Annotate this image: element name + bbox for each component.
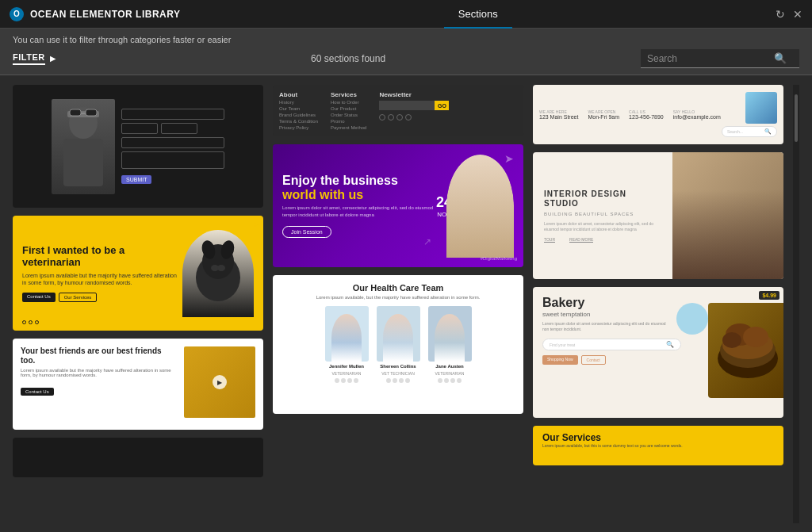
card-healthcare[interactable]: Our Health Care Team Lorem ipsum availab…	[273, 275, 523, 414]
card-pet-friends[interactable]: Your best friends are our best friends t…	[13, 339, 263, 430]
svg-rect-3	[86, 109, 97, 116]
interior-desc: Lorem ipsum dolor sit amet, consectetur …	[544, 221, 661, 232]
team-title-3: VETERINARIAN	[435, 371, 465, 376]
person-image	[446, 155, 514, 258]
card-our-services[interactable]: Our Services Lorem ipsum available, but …	[533, 426, 783, 465]
form-field-email	[121, 137, 224, 148]
bakery-circle-1	[676, 303, 708, 335]
card-pet-text: Your best friends are our best friends t…	[21, 346, 178, 422]
toolbar: You can use it to filter through categor…	[0, 29, 812, 75]
header-search-icon: 🔍	[764, 128, 772, 135]
card-dm-desc: Lorem ipsum dolor sit amet, consectetur …	[282, 205, 440, 218]
card-vet-buttons: Contact Us Our Services	[22, 293, 182, 302]
arrow-deco-1: ➤	[504, 152, 514, 165]
team-photo-3	[428, 306, 472, 362]
interior-btn1[interactable]: TOUR	[544, 237, 555, 243]
info-item-2: WE ARE OPEN Mon-Fri 9am	[588, 109, 619, 120]
team-social-3	[438, 378, 462, 383]
card-pet-btn[interactable]: Contact Us	[21, 388, 54, 396]
team-title-1: VETERINARIAN	[332, 371, 362, 376]
search-icon: 🔍	[774, 52, 787, 64]
footer-newsletter: Newsletter GO	[379, 91, 449, 121]
card-footer-dark[interactable]: About History Our Team Brand Guidelines …	[273, 85, 523, 136]
svg-rect-5	[63, 139, 103, 186]
newsletter-input[interactable]	[379, 101, 435, 110]
card-dm-hashtag: #DigitalMarketing	[481, 256, 517, 261]
form-submit-btn[interactable]: SUBMIT	[121, 175, 151, 184]
interior-title: INTERIOR DESIGNSTUDIO	[544, 189, 661, 209]
services-desc: Lorem ipsum available, but this is some …	[542, 443, 774, 448]
close-icon[interactable]: ✕	[793, 8, 802, 21]
scrollbar[interactable]	[793, 85, 799, 523]
interior-btn2[interactable]: READ MORE	[569, 237, 593, 243]
social-icon-3[interactable]	[396, 114, 403, 121]
team-member-1: Jennifer Mullen VETERINARIAN	[325, 306, 369, 383]
newsletter-row: GO	[379, 101, 449, 110]
card-dm-btn[interactable]: Join Session	[282, 226, 331, 238]
toolbar-row: FILTER ▶ 60 sections found 🔍	[13, 49, 799, 68]
team-title-2: VET TECHNICIAN	[381, 371, 415, 376]
healthcare-team: Jennifer Mullen VETERINARIAN Shereen Col…	[281, 306, 515, 383]
card-vet-desc: Lorem ipsum available but the majority h…	[22, 272, 182, 286]
form-field-company	[121, 151, 224, 169]
interior-image	[672, 152, 783, 279]
team-member-2: Shereen Collins VET TECHNICIAN	[377, 306, 420, 383]
form-field-first	[121, 123, 158, 134]
bakery-btn1[interactable]: Shopping Now	[542, 355, 578, 365]
refresh-icon[interactable]: ↻	[776, 8, 785, 21]
column-2: About History Our Team Brand Guidelines …	[273, 85, 523, 523]
card-pet-desc: Lorem ipsum available but the majority h…	[21, 368, 178, 377]
toolbar-hint: You can use it to filter through categor…	[13, 35, 799, 44]
bakery-search[interactable]: Find your treat 🔍	[542, 339, 681, 350]
card-dark-form[interactable]: SUBMIT	[13, 85, 263, 208]
social-icon-4[interactable]	[405, 114, 412, 121]
card-pet-image: ▶	[184, 346, 255, 418]
bakery-food-image	[708, 303, 783, 398]
header-tabs: Sections	[444, 0, 512, 29]
card-vet-btn1[interactable]: Contact Us	[22, 293, 56, 302]
card-photo	[52, 99, 115, 194]
social-icon-1[interactable]	[379, 114, 385, 121]
product-image	[745, 92, 777, 124]
card-healthcare-desc: Lorem ipsum available, but the majority …	[281, 295, 515, 300]
interior-subtitle: BUILDING BEAUTIFUL SPACES	[544, 212, 661, 216]
header-search[interactable]: Search... 🔍	[722, 126, 777, 137]
card-vet-btn2[interactable]: Our Services	[59, 293, 98, 302]
footer-services: Services How to Order Our Product Order …	[331, 91, 366, 130]
card-vet-dots	[22, 320, 39, 324]
filter-button[interactable]: FILTER ▶	[13, 52, 56, 65]
card-dark-partial[interactable]	[13, 438, 263, 477]
card-beige-header[interactable]: WE ARE HERE 123 Main Street WE ARE OPEN …	[533, 85, 783, 144]
form-field-name	[121, 109, 224, 120]
social-icon-2[interactable]	[388, 114, 394, 121]
svg-point-17	[722, 332, 741, 348]
bakery-desc: Lorem ipsum dolor sit amet consectetur a…	[542, 321, 670, 332]
card-bakery[interactable]: Bakery sweet temptation Lorem ipsum dolo…	[533, 287, 783, 418]
app-header: O OCEAN ELEMENTOR LIBRARY Sections ↻ ✕	[0, 0, 812, 29]
info-item-1: WE ARE HERE 123 Main Street	[539, 109, 578, 120]
main-content: SUBMIT First I wanted to be a veterinari…	[0, 75, 812, 532]
bakery-search-icon: 🔍	[666, 341, 674, 348]
tab-sections[interactable]: Sections	[444, 0, 512, 29]
interior-image-inner	[672, 152, 783, 279]
form-field-last	[161, 123, 197, 134]
interior-buttons: TOUR READ MORE	[544, 237, 661, 243]
arrow-deco-2: ↗	[423, 236, 431, 247]
team-name-2: Shereen Collins	[380, 364, 416, 369]
svg-point-11	[217, 265, 225, 271]
card-digital-marketing[interactable]: Enjoy the business world with us Lorem i…	[273, 144, 523, 267]
search-box[interactable]: 🔍	[641, 49, 799, 68]
play-button[interactable]: ▶	[213, 375, 227, 389]
team-name-1: Jennifer Mullen	[329, 364, 364, 369]
furniture-silhouette	[672, 190, 783, 279]
team-member-3: Jane Austen VETERINARIAN	[428, 306, 472, 383]
search-input[interactable]	[647, 53, 774, 64]
header-left: O OCEAN ELEMENTOR LIBRARY	[10, 7, 181, 21]
card-interior-design[interactable]: INTERIOR DESIGNSTUDIO BUILDING BEAUTIFUL…	[533, 152, 783, 279]
newsletter-submit[interactable]: GO	[435, 101, 449, 110]
bakery-btn2[interactable]: Contact	[581, 355, 606, 365]
scrollbar-thumb[interactable]	[795, 94, 798, 142]
card-dm-person	[446, 155, 514, 258]
card-vet-yellow[interactable]: First I wanted to be a veterinarian Lore…	[13, 216, 263, 331]
bakery-search-text: Find your treat	[550, 343, 666, 347]
